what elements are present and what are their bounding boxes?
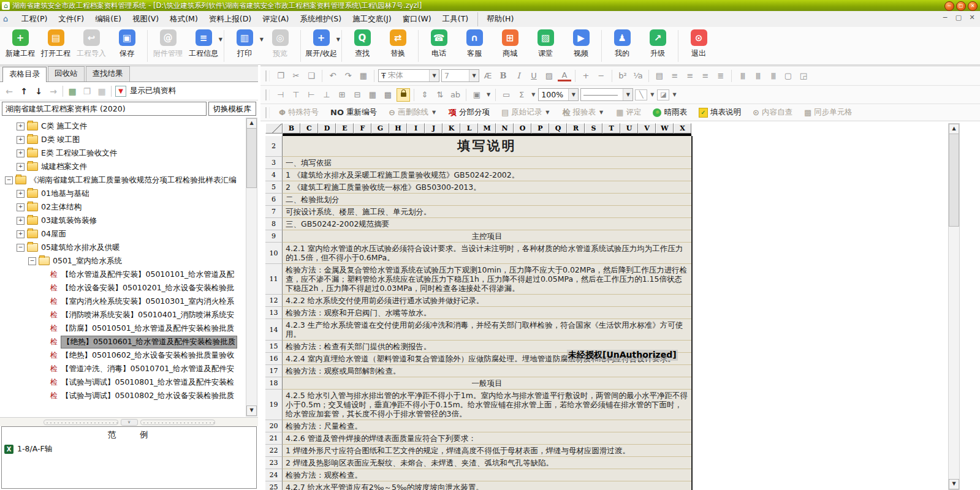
replace-button[interactable]: ⇄替换 <box>380 29 416 59</box>
cell-text[interactable]: 4.2.3 生产给水系统管道在交付使用前必须冲洗和消毒，并经有关部门取样检验，符… <box>283 319 691 340</box>
collapse-minus-icon[interactable]: − <box>28 257 36 265</box>
menu-item-3[interactable]: 编辑(E) <box>89 12 127 26</box>
child-restore-icon[interactable]: ▢ <box>954 13 963 21</box>
undo-icon[interactable]: ↶ <box>326 69 340 83</box>
row-number[interactable]: 5 <box>265 181 283 194</box>
expand-plus-icon[interactable]: + <box>17 149 25 157</box>
column-header-R[interactable]: R <box>567 123 585 134</box>
switch-template-button[interactable]: 切换模板库 <box>208 102 257 116</box>
fill-color-icon[interactable]: ▨ <box>542 69 556 83</box>
phone-button[interactable]: ☎电话 <box>421 29 457 59</box>
sum-icon[interactable]: Σ <box>515 88 528 102</box>
find-button[interactable]: Q查找 <box>344 29 380 59</box>
column-header-E[interactable]: E <box>336 123 354 134</box>
classroom-button[interactable]: ▨课堂 <box>528 29 563 59</box>
tree-item[interactable]: 检【绝热】05010602_给水设备安装检验批质量验收 <box>0 349 246 362</box>
example-item[interactable]: X 1-8/A-F轴 <box>2 440 256 454</box>
row-number[interactable]: 14 <box>265 319 283 341</box>
filter-label[interactable]: 显示已填资料 <box>130 86 176 96</box>
copy-icon[interactable]: ❐ <box>274 69 287 83</box>
cell-text[interactable]: 4.2.7 给水水平管道应有2‰～5‰的坡度坡向泄水装置。 <box>283 481 691 490</box>
clear-format-icon[interactable]: ▦ <box>357 69 370 83</box>
menu-item-10[interactable]: 窗口(W) <box>397 12 437 26</box>
preview-button[interactable]: ◎预览 <box>262 29 298 59</box>
attachment-button[interactable]: @附件管理 <box>150 29 186 59</box>
tree-item[interactable]: +02主体结构 <box>0 200 246 214</box>
row-number[interactable]: 3 <box>265 157 283 169</box>
cell-text[interactable]: 2 焊缝及热影响区表面应无裂纹、未熔合、未焊透、夹渣、弧坑和气孔等缺陷。 <box>283 457 691 469</box>
column-header-L[interactable]: L <box>460 123 478 134</box>
row-number[interactable]: 21 <box>265 432 283 445</box>
dropdown-arrow-icon[interactable]: ▼ <box>568 89 578 100</box>
sheet-scroll-up-icon[interactable]: ▲ <box>949 124 959 134</box>
vertical-text-center-icon[interactable]: |||| <box>751 69 764 83</box>
menu-item-5[interactable]: 格式(M) <box>164 12 203 26</box>
dropdown-arrow-icon[interactable]: ▼ <box>336 37 340 42</box>
font-name-select[interactable]: Ŧ宋体▼ <box>378 69 439 82</box>
italic-icon[interactable]: I <box>512 69 525 83</box>
expand-collapse-button[interactable]: +展开/收起▼ <box>303 29 339 59</box>
align-center-icon[interactable]: ≡ <box>683 69 697 83</box>
support-button[interactable]: ∩客服 <box>457 29 492 59</box>
row-number[interactable]: 13 <box>265 307 283 319</box>
delete-row-icon[interactable]: ⊥ <box>320 88 333 102</box>
tree-item[interactable]: +D类 竣工图 <box>0 133 246 146</box>
row-number[interactable]: 23 <box>265 457 283 469</box>
row-number[interactable]: 7 <box>265 206 283 218</box>
dropdown-arrow-icon[interactable]: ▼ <box>531 92 535 97</box>
tab-table-directory[interactable]: 表格目录 <box>2 67 47 82</box>
cell-text[interactable]: 2 《建筑工程施工质量验收统一标准》GB50300-2013。 <box>283 181 691 193</box>
fraction-icon[interactable]: ⅟a <box>631 69 645 83</box>
decrease-size-icon[interactable]: − <box>594 69 608 83</box>
column-header-U[interactable]: U <box>620 123 638 134</box>
print-button[interactable]: ▥打印▼ <box>227 29 262 59</box>
collapse-minus-icon[interactable]: − <box>5 176 13 184</box>
sheet-scroll-down-icon[interactable]: ▼ <box>949 479 959 489</box>
upgrade-button[interactable]: ↗升级 <box>640 29 675 59</box>
increase-size-icon[interactable]: + <box>579 69 593 83</box>
tree-item[interactable]: 检【管道冲洗、消毒】05010701_给水管道及配件安 <box>0 362 246 375</box>
split-cell-left-icon[interactable]: ⊣ <box>274 88 287 102</box>
tree-item[interactable]: 检【试验与调试】05010801_给水管道及配件安装检 <box>0 375 246 389</box>
maximize-button[interactable]: ▢ <box>956 1 966 11</box>
row-number[interactable]: 16 <box>265 353 283 365</box>
menu-item-11[interactable]: 工具(T) <box>437 12 474 26</box>
cell-text[interactable]: 填写说明 <box>283 136 691 156</box>
row-number[interactable]: 10 <box>265 243 283 264</box>
column-header-J[interactable]: J <box>425 123 443 134</box>
cell-text[interactable]: 检验方法：观察或局部解剖检查。 <box>283 365 691 377</box>
open-project-button[interactable]: ▤打开工程 <box>38 29 74 59</box>
tree-item[interactable]: +C类 施工文件 <box>0 119 246 133</box>
toolbar-grip[interactable] <box>265 70 270 81</box>
column-header-B[interactable]: B <box>283 123 300 134</box>
dropdown-arrow-icon[interactable]: ▼ <box>469 70 479 81</box>
weather-chart-button[interactable]: ☼晴雨表 <box>648 107 692 118</box>
cell-text[interactable]: 三、GB50242-2002规范摘要 <box>283 218 691 230</box>
row-number[interactable]: 19 <box>265 390 283 420</box>
insert-image-icon[interactable]: ▣ <box>470 88 484 102</box>
row-number[interactable]: 9 <box>265 230 283 243</box>
superscript-icon[interactable]: b² <box>616 69 629 83</box>
toolbar-grip[interactable] <box>265 89 270 100</box>
column-header-F[interactable]: F <box>354 123 371 134</box>
project-info-button[interactable]: ≡工程信息▼ <box>186 29 221 59</box>
menu-item-1[interactable]: 工程(P) <box>16 12 53 26</box>
line-spacing-decrease-icon[interactable]: ⇅ <box>433 88 447 102</box>
dropdown-arrow-icon[interactable]: ▼ <box>219 37 222 42</box>
column-header-H[interactable]: H <box>389 123 407 134</box>
cell-text[interactable]: 主控项目 <box>283 230 691 242</box>
sheet-scrollbar[interactable]: ▲ ▼ <box>948 123 960 490</box>
cell-text[interactable]: 检验方法：尺量检查。 <box>283 420 691 432</box>
dropdown-arrow-icon[interactable]: ▼ <box>432 110 436 115</box>
menu-item-12[interactable]: 帮助(H) <box>477 12 519 26</box>
shrink-cell-icon[interactable]: ◲ <box>797 69 810 83</box>
menu-item-4[interactable]: 视图(V) <box>127 12 164 26</box>
row-number[interactable]: 25 <box>265 481 283 490</box>
panel-splitter[interactable]: ∨ <box>0 418 258 426</box>
dropdown-arrow-icon[interactable]: ▼ <box>599 110 603 115</box>
close-button[interactable]: ✕ <box>968 1 978 11</box>
row-number[interactable]: 6 <box>265 194 283 206</box>
split-cell-right-icon[interactable]: ⊢ <box>305 88 318 102</box>
dropdown-arrow-icon[interactable]: ▼ <box>487 92 490 97</box>
row-number[interactable]: 4 <box>265 169 283 181</box>
